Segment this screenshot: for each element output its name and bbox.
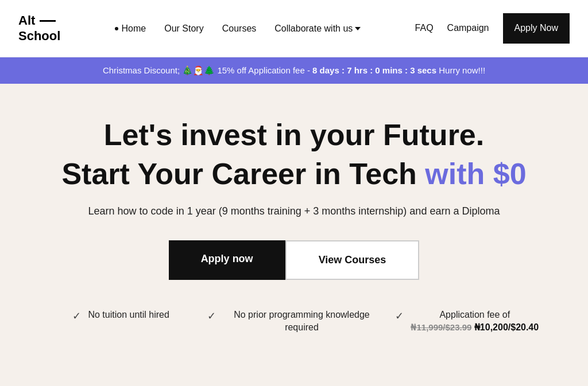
feature-app-fee: ✓ Application fee of ₦11,999/$23.99 ₦10,… xyxy=(381,309,554,334)
feature-app-fee-text: Application fee of ₦11,999/$23.99 ₦10,20… xyxy=(411,309,539,334)
nav-collaborate-label: Collaborate with us xyxy=(274,24,353,34)
logo-alt: Alt xyxy=(18,13,35,28)
hero-buttons: Apply now View Courses xyxy=(11,240,577,280)
hero-title-line2: Start Your Career in Tech with $0 xyxy=(11,157,577,192)
nav-apply-now-button[interactable]: Apply Now xyxy=(503,13,570,44)
hero-subtitle: Learn how to code in 1 year (9 months tr… xyxy=(11,205,577,217)
navbar: Alt School Home Our Story Courses Collab… xyxy=(0,0,588,57)
nav-home-link[interactable]: Home xyxy=(115,24,146,34)
nav-courses-link[interactable]: Courses xyxy=(222,24,257,33)
nav-our-story-link[interactable]: Our Story xyxy=(164,24,203,33)
promo-banner: Christmas Discount; 🎄🎅🌲 15% off Applicat… xyxy=(0,57,588,84)
view-courses-button[interactable]: View Courses xyxy=(285,240,420,280)
banner-text-before: Christmas Discount; 🎄🎅🌲 15% off Applicat… xyxy=(103,65,310,75)
nav-item-home[interactable]: Home xyxy=(115,24,146,34)
nav-item-our-story[interactable]: Our Story xyxy=(164,24,203,34)
app-fee-prefix: Application fee of xyxy=(439,310,510,319)
features-section: ✓ No tuition until hired ✓ No prior prog… xyxy=(11,309,577,357)
nav-campaign-link[interactable]: Campaign xyxy=(447,23,489,33)
check-icon-2: ✓ xyxy=(207,310,216,322)
logo: Alt School xyxy=(18,13,60,44)
nav-our-story-label: Our Story xyxy=(164,24,203,33)
nav-links: Home Our Story Courses Collaborate with … xyxy=(60,24,415,34)
home-dot-icon xyxy=(115,27,118,30)
check-icon-1: ✓ xyxy=(72,310,81,322)
nav-item-collaborate[interactable]: Collaborate with us xyxy=(274,24,361,34)
nav-item-courses[interactable]: Courses xyxy=(222,24,257,34)
nav-home-label: Home xyxy=(122,24,146,34)
nav-faq-link[interactable]: FAQ xyxy=(415,23,434,33)
check-icon-3: ✓ xyxy=(395,310,404,322)
logo-school: School xyxy=(18,29,60,44)
app-fee-new-price: ₦10,200/$20.40 xyxy=(474,322,539,332)
feature-no-prior-text: No prior programming knowledge required xyxy=(223,309,380,334)
apply-now-button[interactable]: Apply now xyxy=(169,240,285,280)
banner-timer: 8 days : 7 hrs : 0 mins : 3 secs xyxy=(312,65,436,75)
nav-campaign-label: Campaign xyxy=(447,23,489,33)
banner-text-after: Hurry now!!! xyxy=(439,65,485,75)
feature-no-prior: ✓ No prior programming knowledge require… xyxy=(207,309,380,334)
nav-collaborate-link[interactable]: Collaborate with us xyxy=(274,24,361,34)
app-fee-original-price: ₦11,999/$23.99 xyxy=(411,322,471,332)
logo-dash-icon xyxy=(40,20,56,22)
feature-no-tuition: ✓ No tuition until hired xyxy=(34,309,207,322)
hero-title-line2-accent: with $0 xyxy=(425,157,526,190)
feature-no-tuition-text: No tuition until hired xyxy=(88,309,169,321)
nav-faq-label: FAQ xyxy=(415,23,434,33)
hero-title-line2-start: Start Your Career in Tech xyxy=(61,157,416,190)
hero-section: Let's invest in your Future. Start Your … xyxy=(0,84,588,380)
nav-courses-label: Courses xyxy=(222,24,257,33)
hero-title-line1: Let's invest in your Future. xyxy=(11,118,577,153)
chevron-down-icon xyxy=(355,27,361,30)
nav-right: FAQ Campaign Apply Now xyxy=(415,13,570,44)
